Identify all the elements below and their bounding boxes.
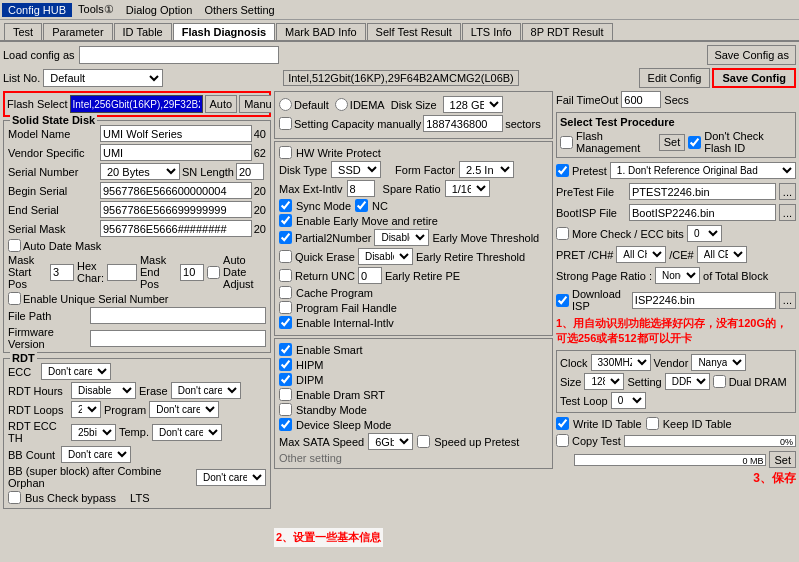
- others-setting-menu[interactable]: Others Setting: [198, 3, 280, 17]
- tools-menu[interactable]: Tools①: [72, 2, 120, 17]
- default-radio[interactable]: [279, 98, 292, 111]
- boot-isp-browse[interactable]: ...: [779, 204, 796, 221]
- model-name-input[interactable]: [100, 125, 252, 142]
- rdt-loops-select[interactable]: 2: [71, 401, 101, 418]
- download-isp-check[interactable]: [556, 294, 569, 307]
- program-fail-handle-check[interactable]: [279, 301, 292, 314]
- tab-test[interactable]: Test: [4, 23, 42, 40]
- all-ch-select[interactable]: All CH: [616, 246, 666, 263]
- test-loop-select[interactable]: 0: [611, 392, 646, 409]
- dual-dram-check[interactable]: [713, 375, 726, 388]
- dont-check-flash-id-check[interactable]: [688, 136, 701, 149]
- capacity-input[interactable]: [423, 115, 503, 132]
- bus-check-check[interactable]: [8, 491, 21, 504]
- enable-early-move-check[interactable]: [279, 214, 292, 227]
- auto-button[interactable]: Auto: [205, 95, 238, 113]
- enable-internal-check[interactable]: [279, 316, 292, 329]
- mask-start-pos-input[interactable]: [50, 264, 74, 281]
- partial2number-check[interactable]: [279, 231, 292, 244]
- setting-select[interactable]: DDR3: [665, 373, 710, 390]
- config-hub-menu[interactable]: Config HUB: [2, 3, 72, 17]
- boot-isp-file-input[interactable]: [629, 204, 776, 221]
- copy-test-check[interactable]: [556, 434, 569, 447]
- erase-select[interactable]: Don't care: [171, 382, 241, 399]
- disable-select1[interactable]: Disable: [374, 229, 429, 246]
- pretest-file-browse[interactable]: ...: [779, 183, 796, 200]
- unique-serial-check[interactable]: [8, 292, 21, 305]
- form-factor-select[interactable]: 2.5 In: [459, 161, 514, 178]
- list-no-select[interactable]: Default: [43, 69, 163, 87]
- vendor-specific-input[interactable]: [100, 144, 252, 161]
- bb-super-select[interactable]: Don't care: [196, 469, 266, 486]
- serial-mask-input[interactable]: [100, 220, 252, 237]
- end-serial-input[interactable]: [100, 201, 252, 218]
- dialog-option-menu[interactable]: Dialog Option: [120, 3, 199, 17]
- write-id-table-check[interactable]: [556, 417, 569, 430]
- tab-parameter[interactable]: Parameter: [43, 23, 112, 40]
- early-retire-pe-input[interactable]: [358, 267, 382, 284]
- speed-up-pretest-check[interactable]: [417, 435, 430, 448]
- tab-id-table[interactable]: ID Table: [114, 23, 172, 40]
- tab-8p-rdt[interactable]: 8P RDT Result: [522, 23, 613, 40]
- manual-button[interactable]: Manual: [239, 95, 271, 113]
- set-button[interactable]: Set: [659, 134, 686, 151]
- pretest-file-input[interactable]: [629, 183, 776, 200]
- mask-end-pos-input[interactable]: [180, 264, 204, 281]
- disk-type-select[interactable]: SSD: [331, 161, 381, 178]
- strong-page-ratio-select[interactable]: None: [655, 267, 700, 284]
- load-config-input[interactable]: [79, 46, 279, 64]
- serial-number-select[interactable]: 20 Bytes: [100, 163, 180, 180]
- device-sleep-mode-check[interactable]: [279, 418, 292, 431]
- enable-smart-check[interactable]: [279, 343, 292, 356]
- disk-size-select[interactable]: 128 GB: [443, 96, 503, 113]
- clock-select[interactable]: 330MHZ: [591, 354, 651, 371]
- more-check-check[interactable]: [556, 227, 569, 240]
- idema-radio[interactable]: [335, 98, 348, 111]
- flash-select-input[interactable]: [70, 95, 203, 113]
- program-select[interactable]: Don't care: [149, 401, 219, 418]
- begin-serial-input[interactable]: [100, 182, 252, 199]
- max-ext-intlv-input[interactable]: [347, 180, 375, 197]
- keep-id-table-check[interactable]: [646, 417, 659, 430]
- cache-program-check[interactable]: [279, 286, 292, 299]
- hex-char-input[interactable]: [107, 264, 137, 281]
- flash-management-check[interactable]: [560, 136, 573, 149]
- bb-count-select[interactable]: Don't care: [61, 446, 131, 463]
- sn-length-input[interactable]: [236, 163, 264, 180]
- tab-lts[interactable]: LTS Info: [462, 23, 521, 40]
- ecc-select[interactable]: Don't care: [41, 363, 111, 380]
- edit-config-button[interactable]: Edit Config: [639, 68, 711, 88]
- rdt-hours-select[interactable]: Disable: [71, 382, 136, 399]
- setting-capacity-check[interactable]: [279, 117, 292, 130]
- enable-dram-srt-check[interactable]: [279, 388, 292, 401]
- nc-check[interactable]: [355, 199, 368, 212]
- firmware-version-input[interactable]: [90, 330, 266, 347]
- dipm-check[interactable]: [279, 373, 292, 386]
- isp-input[interactable]: [632, 292, 776, 309]
- temp-select[interactable]: Don't care: [152, 424, 222, 441]
- rdt-ecc-th-select[interactable]: 25bits: [71, 424, 116, 441]
- set-button-2[interactable]: Set: [769, 451, 796, 468]
- save-config-button[interactable]: Save Config: [712, 68, 796, 88]
- auto-date-adjust-check[interactable]: [207, 266, 220, 279]
- pretest-check[interactable]: [556, 164, 569, 177]
- size-select[interactable]: 128M: [584, 373, 624, 390]
- tab-mark-bad[interactable]: Mark BAD Info: [276, 23, 366, 40]
- isp-browse[interactable]: ...: [779, 292, 796, 309]
- standby-mode-check[interactable]: [279, 403, 292, 416]
- spare-ratio-select[interactable]: 1/16: [445, 180, 490, 197]
- max-sata-speed-select[interactable]: 6Gb: [368, 433, 413, 450]
- file-path-input[interactable]: [90, 307, 266, 324]
- save-config-as-button[interactable]: Save Config as: [707, 45, 796, 65]
- disable-select2[interactable]: Disable: [358, 248, 413, 265]
- sync-mode-check[interactable]: [279, 199, 292, 212]
- vendor-dram-select[interactable]: Nanya: [691, 354, 746, 371]
- quick-erase-check[interactable]: [279, 250, 292, 263]
- tab-flash-diagnosis[interactable]: Flash Diagnosis: [173, 23, 275, 40]
- return-unc-check[interactable]: [279, 269, 292, 282]
- hipm-check[interactable]: [279, 358, 292, 371]
- more-check-select[interactable]: 0: [687, 225, 722, 242]
- fail-timeout-input[interactable]: [621, 91, 661, 108]
- tab-self-test[interactable]: Self Test Result: [367, 23, 461, 40]
- hw-write-protect-check[interactable]: [279, 146, 292, 159]
